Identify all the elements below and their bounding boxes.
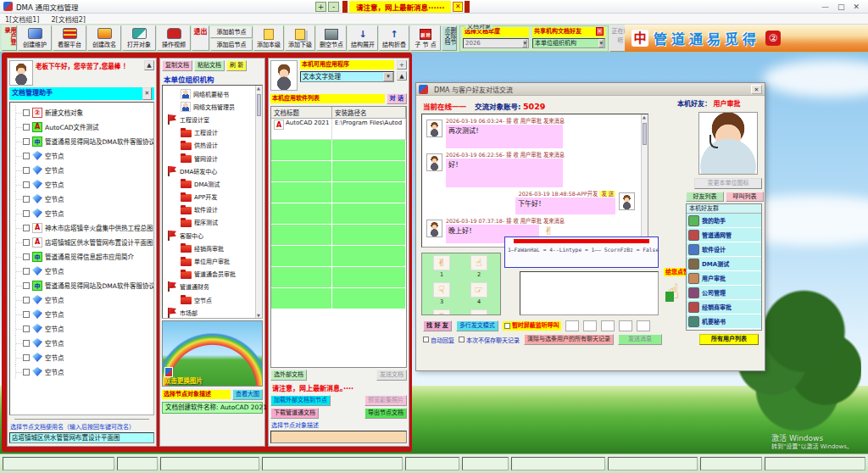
collapse-up-button[interactable]: ▲ (144, 60, 154, 70)
apps-table-row[interactable] (271, 225, 406, 246)
tab-doc-group-2[interactable]: 2[文档组2] (51, 14, 85, 24)
doc-tree-item[interactable]: 店塔镇城区供水管管网布置设计平面图 (15, 235, 153, 249)
org-tree-item[interactable]: 管道通会员审批 (166, 268, 255, 281)
multiline-mode-button[interactable]: 多行发文模式 (456, 320, 498, 331)
clear-history-button[interactable]: 清除与选条用户的所有聊天记录 (524, 334, 614, 345)
doc-tree-item[interactable]: 空节点 (15, 177, 153, 192)
buddy-item[interactable]: 经销商审批 (687, 300, 761, 314)
node-checkbox[interactable] (23, 181, 30, 188)
toolbar-button[interactable]: 看服平台 (53, 25, 86, 51)
doc-tree-item[interactable]: 空节点 (15, 350, 153, 364)
node-checkbox[interactable] (23, 239, 30, 246)
node-preview-image[interactable]: 双击更换图片 (162, 320, 263, 387)
emoji-item[interactable]: ☞ 4 (461, 282, 497, 308)
buddy-item[interactable]: 用户审批 (687, 271, 761, 286)
up-app-button[interactable]: ▲ (397, 71, 407, 81)
toolbar-button[interactable]: 结构展开 (348, 25, 378, 51)
apps-table-row[interactable] (271, 203, 406, 225)
toolbar-button[interactable]: 操作视频 (157, 25, 191, 51)
doc-tree-item[interactable]: 空节点 (15, 163, 153, 177)
paste-doc-button[interactable]: 粘贴文档 (194, 60, 225, 71)
year-select[interactable]: 2026 (463, 38, 529, 48)
export-node-doc-button[interactable]: 导出节点文档 (364, 408, 407, 419)
toolbar-button[interactable]: 结构折叠 (379, 25, 409, 51)
node-checkbox[interactable] (23, 210, 30, 217)
chat-close-icon[interactable]: ✕ (751, 85, 762, 94)
refresh-button[interactable]: 刷 新 (226, 60, 247, 71)
buddy-item[interactable]: 公司管理 (687, 286, 761, 300)
node-name-input[interactable]: 店塔镇城区供水管管网布置设计平面图 (9, 432, 154, 443)
org-tree-item[interactable]: 经销商审批 (166, 242, 255, 254)
find-friend-button[interactable]: 找 好 友 (423, 320, 452, 331)
apps-table-row[interactable] (271, 267, 406, 288)
node-checkbox[interactable] (23, 369, 30, 376)
pick-external-doc-button[interactable]: 选外部文档 (270, 370, 307, 381)
assistant-close-icon[interactable]: ✕ (142, 87, 152, 100)
thumbs-up-icon[interactable]: ☝ (667, 280, 680, 303)
add-back-node-button[interactable]: 添加后节点 (210, 39, 253, 51)
node-checkbox[interactable] (23, 225, 30, 231)
org-tree-item[interactable]: 网络机要秘书 (166, 87, 255, 100)
load-external-doc-button[interactable]: 加载外部文档到节点 (270, 395, 331, 406)
chat-title-bar[interactable]: DMA 与客户好友对话交流 ✕ (416, 83, 765, 96)
preview-photos-button[interactable]: 预览影集照片 (364, 395, 407, 406)
doc-tree-item[interactable]: 空节点 (15, 321, 153, 336)
doc-tree-item[interactable]: 空节点 (15, 336, 153, 350)
node-checkbox[interactable] (23, 311, 30, 318)
node-checkbox[interactable] (23, 153, 30, 159)
org-tree-item[interactable]: 程序测试 (166, 216, 255, 229)
org-tree-item[interactable]: 供热设计 (166, 139, 255, 152)
mask-call-checkbox[interactable]: 暂时屏蔽监听呼叫 (503, 321, 561, 331)
org-tree-item[interactable]: 空节点 (166, 293, 255, 306)
apps-table-row[interactable] (271, 246, 406, 267)
org-tree-item[interactable]: DMA研发中心 (166, 164, 255, 177)
doc-tree-item[interactable]: 空节点 (15, 148, 153, 163)
node-checkbox[interactable] (23, 297, 30, 303)
auto-reply-checkbox[interactable]: 自动回复 (423, 336, 454, 344)
share-close-icon[interactable]: ✕ (596, 27, 604, 36)
download-doc-button[interactable]: 下载管道通文档 (270, 408, 319, 419)
share-org-select[interactable]: 本单位组织机构 (532, 38, 605, 48)
send-doc-button[interactable]: 发送文档 (376, 370, 407, 381)
apps-table-row[interactable] (271, 182, 406, 203)
add-app-button[interactable]: + (397, 60, 407, 70)
emoji-item[interactable]: ☟ 3 (424, 282, 459, 308)
send-message-button[interactable]: 发送消息 (618, 334, 662, 345)
apps-desc-input[interactable] (270, 431, 407, 443)
change-unit-icon-button[interactable]: 变更本单位图标 (694, 178, 762, 189)
doc-tree-item[interactable]: 空节点 (15, 264, 153, 278)
toolbar-button[interactable]: 创建改名 (87, 25, 121, 51)
emoji-item[interactable]: ✌ 5 (424, 309, 459, 315)
user-login-button[interactable]: 用户登录 (2, 25, 17, 51)
org-tree-item[interactable]: DMA测试 (166, 177, 255, 190)
doc-tree-item[interactable]: 管道通易觅得网站及DMA软件客服协议 (15, 278, 153, 292)
doc-tree-item[interactable]: 神木市店塔镇辛火盘集中供热工程总图 (15, 220, 153, 235)
org-scrollbar[interactable] (255, 86, 262, 318)
node-checkbox[interactable] (23, 196, 30, 203)
plus-button[interactable]: + (315, 2, 326, 12)
chat-scrollbar[interactable] (641, 114, 648, 247)
node-checkbox[interactable] (23, 167, 30, 174)
org-tree-item[interactable]: 市场部 (166, 306, 255, 319)
no-save-checkbox[interactable]: 本次不保存聊天记录 (459, 336, 520, 344)
buddy-item[interactable]: DMA测试 (687, 257, 761, 271)
doc-tree-item[interactable]: 空节点 (15, 364, 153, 379)
tab-call-list[interactable]: 呼叫列表 (726, 192, 764, 202)
doc-tree-item[interactable]: 管道通易觅得网站及DMA软件客服协议 (15, 134, 153, 148)
doc-tree-item[interactable]: 空节点 (15, 307, 153, 321)
message-compose-input[interactable] (520, 271, 659, 315)
doc-tree-item[interactable]: AutoCAD文件测试 (15, 120, 153, 134)
node-checkbox[interactable] (23, 109, 30, 116)
org-tree-item[interactable]: 单位用户审批 (166, 254, 255, 267)
buddy-item[interactable]: 我的助手 (687, 214, 761, 228)
toolbar-button[interactable]: 添加下级 (285, 25, 315, 51)
org-tree-item[interactable]: APP开发 (166, 191, 255, 203)
apps-table-row[interactable] (271, 140, 406, 161)
doc-tree-item[interactable]: 管道通易觅得信息超市应用简介 (15, 249, 153, 264)
tab-doc-group-1[interactable]: 1[文档组1] (5, 14, 39, 24)
emoji-item[interactable]: ☜ 6 (461, 309, 497, 315)
org-tree-item[interactable]: 工程设计 (166, 126, 255, 139)
minimize-button[interactable]: — (821, 3, 829, 11)
emoji-item[interactable]: ✌ 1 (424, 255, 459, 281)
add-front-node-button[interactable]: 添加前节点 (210, 26, 253, 38)
